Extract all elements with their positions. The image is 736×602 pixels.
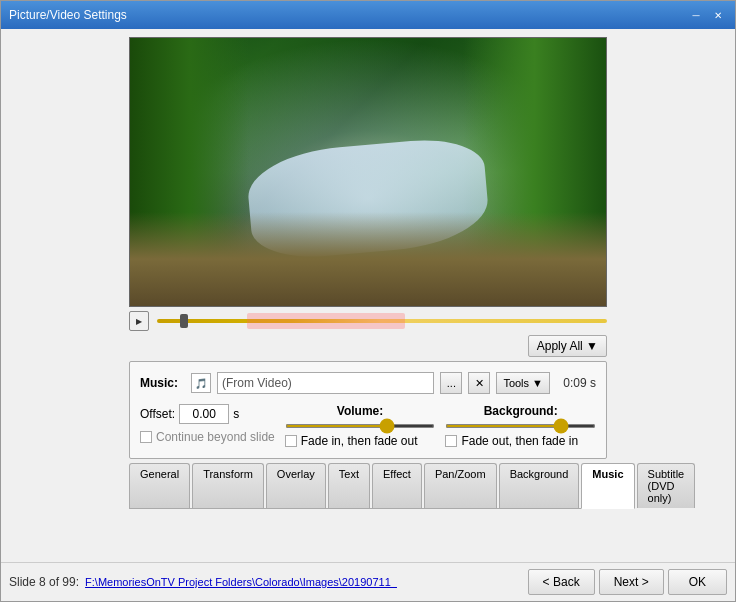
music-time: 0:09 s: [556, 376, 596, 390]
seek-thumb: [180, 314, 188, 328]
main-content: Apply All ▼ Music: 🎵 ... ✕ Tools ▼ 0:09 …: [1, 29, 735, 562]
offset-input[interactable]: 0.00: [179, 404, 229, 424]
slide-info: Slide 8 of 99:: [9, 575, 79, 589]
volume-slider-row: [285, 424, 436, 428]
apply-all-button[interactable]: Apply All ▼: [528, 335, 607, 357]
bottom-bar: Slide 8 of 99: F:\MemoriesOnTV Project F…: [1, 562, 735, 601]
offset-unit: s: [233, 407, 239, 421]
offset-label: Offset:: [140, 407, 175, 421]
background-slider[interactable]: [445, 424, 596, 428]
background-section: Background: Fade out, then fade in: [445, 404, 596, 448]
continue-checkbox-row: Continue beyond slide: [140, 430, 275, 444]
minimize-button[interactable]: ─: [687, 7, 705, 23]
offset-row: Offset: 0.00 s: [140, 404, 275, 424]
seek-bar-container[interactable]: [157, 311, 607, 331]
volume-section: Volume: Fade in, then fade out: [285, 404, 436, 448]
music-label: Music:: [140, 376, 185, 390]
background-slider-row: [445, 424, 596, 428]
close-button[interactable]: ✕: [709, 7, 727, 23]
music-row: Music: 🎵 ... ✕ Tools ▼ 0:09 s: [140, 372, 596, 394]
tabs-bar: General Transform Overlay Text Effect Pa…: [129, 463, 607, 509]
video-section: Apply All ▼ Music: 🎵 ... ✕ Tools ▼ 0:09 …: [9, 37, 727, 509]
tab-transform[interactable]: Transform: [192, 463, 264, 508]
music-file-icon[interactable]: 🎵: [191, 373, 211, 393]
playback-bar: [129, 311, 607, 331]
fade-in-out-checkbox[interactable]: [285, 435, 297, 447]
title-controls: ─ ✕: [687, 7, 727, 23]
seek-highlight: [247, 313, 405, 329]
video-preview: [129, 37, 607, 307]
ok-button[interactable]: OK: [668, 569, 727, 595]
continue-checkbox[interactable]: [140, 431, 152, 443]
fade-out-in-label: Fade out, then fade in: [461, 434, 578, 448]
play-button[interactable]: [129, 311, 149, 331]
music-clear-button[interactable]: ✕: [468, 372, 490, 394]
tab-effect[interactable]: Effect: [372, 463, 422, 508]
tab-general[interactable]: General: [129, 463, 190, 508]
volume-label: Volume:: [285, 404, 436, 418]
fade-out-in-row: Fade out, then fade in: [445, 434, 596, 448]
continue-label: Continue beyond slide: [156, 430, 275, 444]
nav-buttons: < Back Next > OK: [528, 569, 727, 595]
rocks-overlay: [130, 212, 606, 306]
music-browse-button[interactable]: ...: [440, 372, 462, 394]
tab-text[interactable]: Text: [328, 463, 370, 508]
window-title: Picture/Video Settings: [9, 8, 127, 22]
next-button[interactable]: Next >: [599, 569, 664, 595]
file-path[interactable]: F:\MemoriesOnTV Project Folders\Colorado…: [85, 576, 397, 588]
apply-all-row: Apply All ▼: [129, 335, 607, 357]
fade-out-in-checkbox[interactable]: [445, 435, 457, 447]
tab-pan-zoom[interactable]: Pan/Zoom: [424, 463, 497, 508]
offset-section: Offset: 0.00 s Continue beyond slide: [140, 404, 275, 444]
fade-in-out-label: Fade in, then fade out: [301, 434, 418, 448]
slide-info-row: Slide 8 of 99: F:\MemoriesOnTV Project F…: [9, 575, 397, 589]
tab-music[interactable]: Music: [581, 463, 634, 509]
music-tools-button[interactable]: Tools ▼: [496, 372, 550, 394]
music-field[interactable]: [217, 372, 434, 394]
vol-bg-row: Offset: 0.00 s Continue beyond slide Vol…: [140, 404, 596, 448]
seek-track: [157, 319, 607, 323]
background-label: Background:: [445, 404, 596, 418]
settings-panel: Music: 🎵 ... ✕ Tools ▼ 0:09 s Offset: 0.…: [129, 361, 607, 459]
tab-background[interactable]: Background: [499, 463, 580, 508]
tab-overlay[interactable]: Overlay: [266, 463, 326, 508]
tab-subtitle[interactable]: Subtitle (DVD only): [637, 463, 696, 508]
volume-slider[interactable]: [285, 424, 436, 428]
fade-in-out-row: Fade in, then fade out: [285, 434, 436, 448]
back-button[interactable]: < Back: [528, 569, 595, 595]
title-bar: Picture/Video Settings ─ ✕: [1, 1, 735, 29]
main-window: Picture/Video Settings ─ ✕: [0, 0, 736, 602]
